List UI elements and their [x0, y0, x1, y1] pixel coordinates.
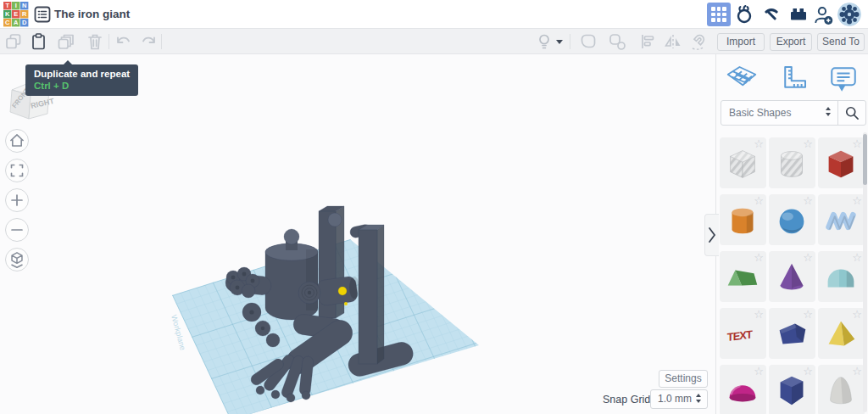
search-icon — [843, 104, 860, 121]
export-button[interactable]: Export — [770, 33, 812, 51]
plus-icon — [12, 195, 22, 205]
blocks-pickaxe-icon[interactable] — [761, 4, 782, 25]
panel-scrollbar-thumb[interactable] — [863, 134, 867, 185]
svg-text:C: C — [5, 19, 10, 26]
perspective-toggle-button[interactable] — [5, 248, 29, 271]
shape-tile-hexagonal-prism[interactable] — [769, 365, 815, 414]
favorite-star-icon[interactable] — [754, 252, 764, 263]
delete-icon[interactable] — [85, 31, 105, 52]
shape-tile-pyramid[interactable] — [818, 308, 865, 359]
favorite-star-icon[interactable] — [803, 252, 813, 263]
favorite-star-icon[interactable] — [852, 138, 862, 149]
favorite-star-icon[interactable] — [803, 366, 813, 377]
share-person-icon[interactable] — [812, 4, 834, 26]
shape-tile-sphere[interactable] — [769, 194, 815, 245]
project-list-icon[interactable] — [34, 6, 51, 23]
svg-text:TEXT: TEXT — [727, 327, 753, 344]
align-icon[interactable] — [637, 31, 658, 52]
tooltip-title: Duplicate and repeat — [34, 69, 130, 79]
shape-tile-cone[interactable] — [769, 251, 815, 302]
bulb-dropdown-caret[interactable] — [556, 40, 563, 44]
shape-tile-text[interactable]: TEXT — [720, 308, 766, 359]
svg-text:E: E — [14, 10, 18, 18]
user-avatar[interactable] — [837, 3, 861, 26]
favorite-star-icon[interactable] — [852, 195, 862, 206]
svg-text:N: N — [22, 2, 26, 9]
workplane-tool-icon[interactable] — [725, 63, 759, 97]
svg-text:I: I — [15, 2, 17, 9]
shape-tile-roof[interactable] — [720, 251, 766, 302]
edit-toolbar: Import Export Send To — [0, 29, 868, 54]
fit-view-button[interactable] — [5, 159, 29, 182]
panel-collapse-tab[interactable] — [704, 214, 719, 256]
snap-grid-select[interactable]: 1.0 mm — [650, 389, 708, 409]
bricks-icon[interactable] — [788, 4, 809, 25]
toolbar-divider — [570, 34, 570, 49]
zoom-in-button[interactable] — [5, 188, 29, 212]
favorite-star-icon[interactable] — [852, 366, 862, 377]
favorite-star-icon[interactable] — [803, 138, 813, 149]
svg-text:T: T — [5, 2, 9, 9]
toolbar-divider — [161, 34, 162, 49]
app-header: T I N K E R C A D The iron giant — [0, 0, 868, 29]
shape-tile-hole-cylinder[interactable] — [769, 137, 815, 188]
select-carets-icon — [696, 394, 701, 403]
paste-icon[interactable] — [29, 31, 49, 52]
shape-tile-half-sphere[interactable] — [720, 365, 766, 414]
select-carets-icon — [826, 107, 831, 116]
tinkercad-app: Workplane — [0, 0, 868, 414]
shape-tile-hole-box[interactable] — [720, 137, 766, 188]
home-icon — [10, 135, 23, 146]
shape-tile-cylinder[interactable] — [720, 194, 766, 245]
search-shapes-button[interactable] — [837, 101, 865, 125]
sim-lab-icon[interactable] — [734, 4, 754, 25]
snap-grid-value: 1.0 mm — [658, 393, 692, 405]
ungroup-icon[interactable] — [607, 31, 627, 52]
svg-text:R: R — [22, 10, 27, 18]
favorite-star-icon[interactable] — [754, 309, 764, 320]
flip-mirror-icon[interactable] — [663, 31, 683, 52]
chevron-right-icon — [708, 227, 716, 243]
favorite-star-icon[interactable] — [852, 309, 862, 320]
svg-text:K: K — [5, 10, 10, 18]
magnet-icon[interactable] — [688, 31, 709, 52]
3d-viewport[interactable]: Workplane — [148, 197, 496, 414]
favorite-star-icon[interactable] — [803, 195, 813, 206]
favorite-star-icon[interactable] — [754, 195, 764, 206]
send-to-button[interactable]: Send To — [817, 33, 865, 51]
tooltip-shortcut: Ctrl + D — [34, 81, 130, 91]
favorite-star-icon[interactable] — [754, 138, 764, 149]
favorite-star-icon[interactable] — [803, 309, 813, 320]
import-button[interactable]: Import — [717, 33, 765, 51]
design-title[interactable]: The iron giant — [54, 0, 130, 29]
favorite-star-icon[interactable] — [754, 366, 764, 377]
perspective-cube-icon — [12, 253, 23, 267]
redo-icon[interactable] — [138, 31, 159, 52]
shape-tile-box[interactable] — [818, 137, 865, 188]
shapes-panel: Basic Shapes — [715, 54, 868, 414]
duplicate-icon[interactable] — [56, 31, 76, 52]
shape-category-value: Basic Shapes — [729, 107, 791, 119]
snap-grid-label: Snap Grid — [603, 394, 650, 406]
copy-icon[interactable] — [3, 31, 24, 52]
panel-scrollbar[interactable] — [863, 132, 867, 412]
home-view-button[interactable] — [5, 129, 29, 153]
shape-tile-round-roof[interactable] — [818, 251, 865, 302]
shape-tile-scribble[interactable] — [818, 194, 865, 245]
shape-category-row: Basic Shapes — [721, 100, 866, 126]
dashboard-grid-button[interactable] — [707, 3, 731, 26]
shape-tile-paraboloid[interactable] — [818, 365, 865, 414]
avatar-image — [837, 3, 861, 26]
tinkercad-logo[interactable]: T I N K E R C A D — [3, 2, 29, 27]
group-icon[interactable] — [578, 31, 598, 52]
zoom-out-button[interactable] — [5, 218, 29, 242]
fit-view-icon — [12, 165, 23, 176]
settings-button[interactable]: Settings — [659, 370, 708, 388]
favorite-star-icon[interactable] — [852, 252, 862, 263]
ruler-tool-icon[interactable] — [776, 63, 810, 97]
undo-icon[interactable] — [114, 31, 134, 52]
shape-category-select[interactable]: Basic Shapes — [721, 101, 837, 125]
notes-tool-icon[interactable] — [826, 63, 860, 97]
show-all-bulb-icon[interactable] — [534, 31, 554, 52]
shape-tile-polygon[interactable] — [769, 308, 815, 359]
